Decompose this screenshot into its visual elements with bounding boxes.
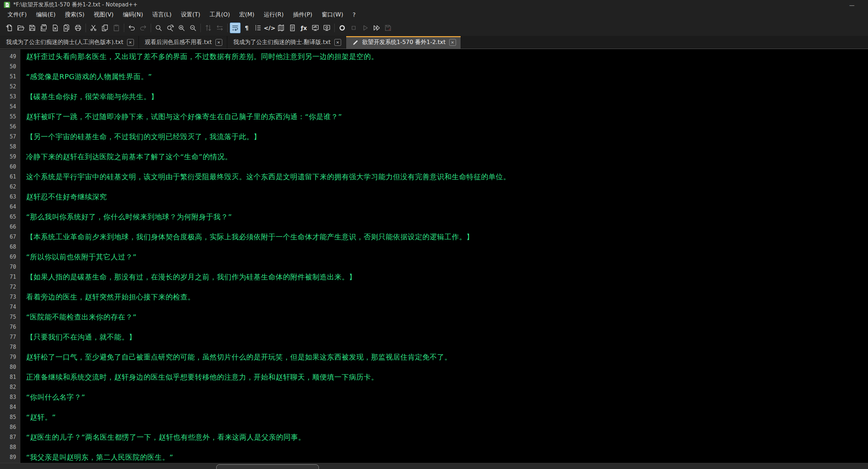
line-text[interactable]: “医院能不能检查出来你的存在？”	[20, 312, 137, 322]
line-text[interactable]: 赵轩松了一口气，至少避免了自己被重点研究的可能，虽然切片什么的是开玩笑，但是如果…	[20, 352, 452, 362]
toolbar-separator	[334, 24, 335, 32]
line-text[interactable]: 看着旁边的医生，赵轩突然开始担心接下来的检查。	[20, 292, 195, 302]
menu-window[interactable]: 窗口(W)	[317, 10, 348, 20]
zoom-out-icon[interactable]	[188, 23, 198, 33]
tab-label: 欲望开发系统1-570 番外1-2.txt	[362, 39, 446, 46]
macro-view-icon[interactable]	[321, 23, 332, 33]
line-number: 61	[0, 174, 20, 180]
show-indent-guide-icon[interactable]	[253, 23, 263, 33]
title-bar[interactable]: *F:\欲望开发系统1-570 番外1-2.txt - Notepad++ —	[0, 0, 868, 9]
line-row: 53 【碳基生命你好，很荣幸能与你共生。】	[0, 92, 868, 102]
menu-search[interactable]: 搜索(S)	[60, 10, 89, 20]
line-row: 82	[0, 382, 868, 392]
find-icon[interactable]	[153, 23, 164, 33]
line-text[interactable]: 【如果人指的是碳基生命，那没有过，在漫长的岁月之前，我们作为硅基生命体的附件被制…	[20, 272, 357, 282]
line-text[interactable]: “赵轩。”	[20, 412, 56, 422]
line-text[interactable]: “所以你以前也依附于其它人过？”	[20, 252, 137, 262]
show-all-characters-icon[interactable]: ¶	[241, 23, 252, 33]
line-row: 85 “赵轩。”	[0, 412, 868, 422]
menu-settings[interactable]: 设置(T)	[176, 10, 205, 20]
tab-afterview-notes[interactable]: 观看后润色后感不用看.txt ×	[139, 36, 227, 49]
menu-encoding[interactable]: 编码(N)	[118, 10, 147, 20]
close-all-icon[interactable]	[61, 23, 72, 33]
paste-icon[interactable]	[111, 23, 122, 33]
line-text[interactable]: “赵医生的儿子？”两名医生都愣了一下，赵轩也有些意外，看来这两人是父亲的同事。	[20, 433, 305, 442]
line-text[interactable]: 赵轩歪过头看向那名医生，又出现了差不多的界面，不过数据有所差别。同时他注意到另一…	[20, 52, 378, 62]
word-wrap-icon[interactable]	[230, 23, 241, 33]
function-list-icon[interactable]: </>	[264, 23, 275, 33]
line-text[interactable]: “那么我叫你系统好了，你什么时候来到地球？为何附身于我？”	[20, 212, 232, 222]
sync-horizontal-scroll-icon[interactable]	[214, 23, 225, 33]
copy-icon[interactable]	[100, 23, 110, 33]
tab-close-icon[interactable]: ×	[334, 39, 341, 46]
open-file-icon[interactable]	[15, 23, 26, 33]
replace-icon[interactable]	[165, 23, 175, 33]
line-text[interactable]: 【本系统工业革命前夕来到地球，我们身体契合度极高，实际上我必须依附于一个生命体才…	[20, 232, 474, 242]
line-text[interactable]: 【碳基生命你好，很荣幸能与你共生。】	[20, 92, 158, 102]
tab-knight-translated[interactable]: 我成为了公主们痴迷的骑士.翻译版.txt ×	[227, 36, 346, 49]
line-text[interactable]: 赵轩被吓了一跳，不过随即冷静下来，试图与这个好像寄生在自己脑子里的东西沟通：“你…	[20, 112, 342, 122]
line-text[interactable]: 赵轩忍不住好奇继续深究	[20, 192, 107, 202]
line-number: 50	[0, 63, 20, 70]
menu-macro[interactable]: 宏(M)	[235, 10, 259, 20]
run-macro-multiple-icon[interactable]	[371, 23, 382, 33]
line-text[interactable]: “我父亲是叫赵明东，第二人民医院的医生。”	[20, 453, 173, 462]
line-text[interactable]: “你叫什么名字？”	[20, 392, 85, 402]
save-macro-icon[interactable]	[383, 23, 393, 33]
line-text[interactable]: 这个系统是平行宇宙中的硅基文明，该文明由于繁衍受阻最终毁灭。这个东西是文明遗留下…	[20, 172, 510, 182]
print-icon[interactable]	[73, 23, 83, 33]
tab-close-icon[interactable]: ×	[127, 39, 134, 46]
cut-icon[interactable]	[88, 23, 99, 33]
line-number: 62	[0, 184, 20, 190]
line-text[interactable]: 【另一个宇宙的硅基生命，不过我们的文明已经毁灭了，我流落于此。】	[20, 132, 261, 142]
tab-knight-manual-polish[interactable]: 我成为了公主们痴迷的骑士(人工润色版本).txt ×	[0, 36, 139, 49]
sync-vertical-scroll-icon[interactable]	[203, 23, 214, 33]
menu-file[interactable]: 文件(F)	[3, 10, 31, 20]
line-number: 86	[0, 424, 20, 430]
stop-macro-icon[interactable]	[348, 23, 359, 33]
menu-help[interactable]: ?	[348, 10, 360, 19]
line-text[interactable]: 冷静下来的赵轩在到达医院之前基本了解了这个“生命”的情况。	[20, 152, 232, 162]
line-row: 72	[0, 282, 868, 292]
tab-desire-dev-system-active[interactable]: 欲望开发系统1-570 番外1-2.txt ×	[346, 36, 461, 49]
menu-view[interactable]: 视图(V)	[89, 10, 118, 20]
document-map-icon[interactable]	[276, 23, 286, 33]
tab-close-icon[interactable]: ×	[449, 39, 456, 46]
save-all-icon[interactable]	[38, 23, 49, 33]
editor-lines: 49 赵轩歪过头看向那名医生，又出现了差不多的界面，不过数据有所差别。同时他注意…	[0, 52, 868, 463]
monitoring-icon[interactable]	[310, 23, 321, 33]
editor[interactable]: 49 赵轩歪过头看向那名医生，又出现了差不多的界面，不过数据有所差别。同时他注意…	[0, 49, 868, 463]
line-row: 67 【本系统工业革命前夕来到地球，我们身体契合度极高，实际上我必须依附于一个生…	[0, 232, 868, 242]
menu-plugins[interactable]: 插件(P)	[288, 10, 317, 20]
new-file-icon[interactable]	[4, 23, 15, 33]
function-completion-icon[interactable]: ƒx	[299, 23, 309, 33]
record-macro-icon[interactable]	[337, 23, 348, 33]
menu-language[interactable]: 语言(L)	[148, 10, 176, 20]
line-number: 72	[0, 284, 20, 290]
menu-run[interactable]: 运行(R)	[259, 10, 288, 20]
line-row: 57 【另一个宇宙的硅基生命，不过我们的文明已经毁灭了，我流落于此。】	[0, 132, 868, 142]
zoom-in-icon[interactable]	[176, 23, 187, 33]
line-row: 71 【如果人指的是碳基生命，那没有过，在漫长的岁月之前，我们作为硅基生命体的附…	[0, 272, 868, 282]
save-icon[interactable]	[27, 23, 38, 33]
line-row: 62	[0, 182, 868, 192]
document-list-icon[interactable]	[287, 23, 298, 33]
minimize-button[interactable]: —	[847, 2, 857, 9]
menu-edit[interactable]: 编辑(E)	[31, 10, 60, 20]
horizontal-scrollbar[interactable]	[0, 463, 868, 469]
redo-icon[interactable]	[138, 23, 149, 33]
line-row: 86	[0, 422, 868, 432]
line-row: 58	[0, 142, 868, 152]
play-macro-icon[interactable]	[360, 23, 370, 33]
menu-tools[interactable]: 工具(O)	[205, 10, 234, 20]
line-number: 85	[0, 414, 20, 420]
line-text[interactable]: 正准备继续和系统交流时，赵轩身边的医生似乎想要转移他的注意力，开始和赵轩聊天，顺…	[20, 372, 378, 382]
undo-icon[interactable]	[126, 23, 137, 33]
horizontal-scrollbar-thumb[interactable]	[216, 464, 319, 469]
line-number: 51	[0, 73, 20, 80]
line-text[interactable]: “感觉像是RPG游戏的人物属性界面。”	[20, 72, 152, 82]
close-file-icon[interactable]	[50, 23, 60, 33]
tab-close-icon[interactable]: ×	[215, 39, 222, 46]
line-text[interactable]: 【只要我们不在沟通，就不能。】	[20, 332, 136, 342]
line-row: 76	[0, 322, 868, 332]
